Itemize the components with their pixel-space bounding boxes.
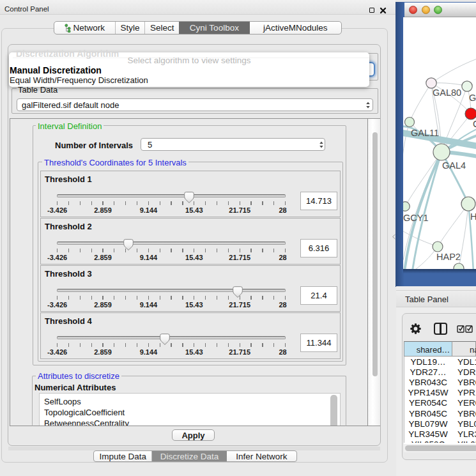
svg-text:H: H: [470, 211, 476, 222]
svg-text:GCY1: GCY1: [403, 213, 429, 223]
svg-text:GAL4: GAL4: [442, 160, 466, 171]
svg-text:GA: GA: [469, 93, 476, 103]
svg-text:GAL11: GAL11: [411, 128, 439, 138]
svg-text:GAL80: GAL80: [433, 88, 461, 98]
svg-text:C: C: [473, 119, 476, 129]
svg-text:HAP2: HAP2: [436, 252, 461, 262]
